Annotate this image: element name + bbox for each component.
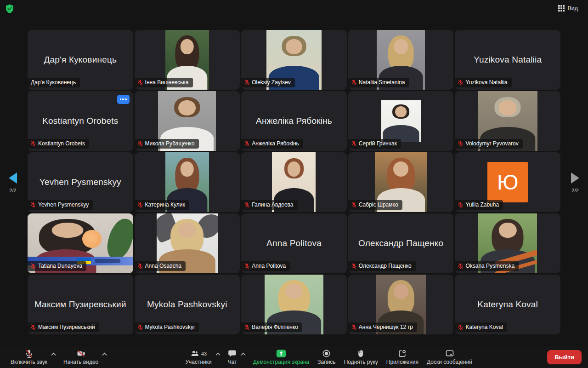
participants-options-chevron[interactable] [214,350,222,357]
participant-label-text: Максим Пузиревський [38,324,95,330]
shield-icon [5,4,15,14]
share-screen-icon [276,349,287,358]
apps-icon [398,349,407,358]
participant-tile[interactable]: Микола Рубащенко [135,91,240,151]
share-screen-button[interactable]: Демонстрация экрана [249,348,314,366]
participant-more-button[interactable] [117,95,130,104]
participant-tile[interactable]: Oksana Pysmenska [455,213,560,273]
participant-tile[interactable]: Катерина Кулик [135,152,240,212]
chat-options-chevron[interactable] [239,350,248,357]
whiteboard-icon [445,349,454,358]
person-face [395,106,407,117]
muted-mic-icon [351,202,356,208]
muted-mic-icon [458,80,463,86]
person-face [499,223,516,238]
security-shield-icon[interactable] [5,4,15,14]
raise-hand-icon [356,349,365,358]
participant-tile[interactable]: Галина Авдеева [241,152,347,212]
participant-tile[interactable]: Максим ПузиревськийМаксим Пузиревський [28,275,133,334]
unmute-button[interactable]: Включить звук [6,348,51,366]
participant-label-text: Yuliia Zabuha [465,201,499,208]
participant-tile[interactable]: ЮYuliia Zabuha [455,152,560,212]
page-indicator: 2/2 [9,188,16,193]
banner-text-block [95,259,120,263]
participant-tile[interactable]: Дар'я КуковинецьДар'я Куковинець [28,30,133,90]
participant-name: Kostiantyn Orobets [39,116,122,126]
participant-name-label: Галина Авдеева [241,200,297,210]
person-face [285,284,303,299]
person-face [499,100,517,116]
participant-photo [381,100,421,142]
participant-tile[interactable]: Олександр ПащенкоОлександр Пащенко [348,213,454,273]
participants-button[interactable]: 43 Участники [181,348,215,366]
participant-tile[interactable]: Анжеліка РябокіньАнжеліка Рябокінь [241,91,347,151]
participant-tile[interactable]: Mykola PashkovskyiMykola Pashkovskyi [135,275,240,334]
participant-name: Mykola Pashkovskyi [143,299,231,310]
raise-hand-button[interactable]: Поднять руку [340,348,382,366]
participant-label-text: Anna Politova [252,263,286,269]
participants-count: 43 [201,351,207,356]
record-icon [322,349,331,358]
participant-tile[interactable]: Oleksiy Zaytsev [241,30,347,90]
participant-tile[interactable]: Nataliia Smetanina [348,30,454,90]
participant-label-text: Yuzikova Nataliia [465,79,507,86]
chat-icon [228,349,237,358]
participant-name-label: Oksana Pysmenska [455,261,519,271]
participant-tile[interactable]: Kateryna KovalKateryna Koval [455,275,560,334]
person-face [178,100,196,116]
participant-tile[interactable]: Yevhen PysmenskyyYevhen Pysmenskyy [28,152,133,212]
participant-name-label: Інна Вишневська [135,78,193,87]
view-button-label: Вид [567,5,578,12]
participant-tile[interactable]: Сабріє Шрамко [348,152,454,212]
participant-name-label: Anna Politova [241,261,290,271]
muted-mic-icon [458,141,463,147]
muted-mic-icon [138,263,143,269]
participant-name: Олександр Пащенко [355,238,447,248]
next-page-button[interactable]: 2/2 [562,171,588,194]
whiteboards-button[interactable]: Доски сообщений [423,348,476,366]
participant-tile[interactable]: Kostiantyn OrobetsKostiantyn Orobets [28,91,133,151]
participant-label-text: Анна Чернишук 12 гр [359,324,413,330]
participants-icon [190,349,199,358]
start-video-button[interactable]: Начать видео [59,348,102,366]
muted-mic-icon [244,202,249,208]
participant-name-label: Kostiantyn Orobets [28,139,89,149]
person-face [181,161,194,177]
participant-tile[interactable]: Yuzikova NataliiaYuzikova Nataliia [455,30,560,90]
view-button[interactable]: Вид [555,3,581,13]
participant-tile[interactable]: Anna PolitovaAnna Politova [241,213,347,273]
participant-tile[interactable]: Анна Чернишук 12 гр [348,275,454,334]
video-options-chevron[interactable] [100,350,109,357]
whiteboards-label: Доски сообщений [427,359,472,365]
participant-name: Анжеліка Рябокінь [252,116,336,126]
participant-name-label: Yevhen Pysmenskyy [28,200,93,210]
participant-name-label: Yuzikova Nataliia [455,78,511,87]
participant-tile[interactable]: Anna Osadcha [135,213,240,273]
decor-flower [82,230,101,248]
participant-name: Kateryna Koval [474,299,542,310]
participant-name-label: Nataliia Smetanina [348,78,409,87]
apps-button[interactable]: Приложения [382,348,423,366]
participant-tile[interactable]: Volodymyr Pyvovarov [455,91,560,151]
participant-tile[interactable]: Валерія Філіпенко [241,275,347,334]
prev-page-button[interactable]: 2/2 [0,171,26,194]
person-face [393,161,409,177]
muted-mic-icon [31,202,36,208]
record-button[interactable]: Запись [313,348,339,366]
toolbar-left-group: Включить звук Начать видео [6,348,110,366]
participant-tile[interactable]: Tatiana Dunayeva [28,213,133,273]
audio-options-chevron[interactable] [49,350,58,357]
muted-mic-icon [351,263,356,269]
participant-name-label: Анна Чернишук 12 гр [348,322,417,332]
participant-label-text: Інна Вишневська [145,79,189,86]
participant-tile[interactable]: Сергій Гринчак [348,91,454,151]
person-face [286,39,302,55]
muted-mic-icon [351,324,356,330]
participant-label-text: Дар'я Куковинець [31,79,76,86]
participant-tile[interactable]: Інна Вишневська [135,30,240,90]
participant-label-text: Сабріє Шрамко [359,201,398,208]
right-arrow-icon [570,172,581,184]
muted-mic-icon [31,141,36,147]
leave-meeting-button[interactable]: Выйти [547,350,582,364]
page-indicator: 2/2 [571,188,578,193]
